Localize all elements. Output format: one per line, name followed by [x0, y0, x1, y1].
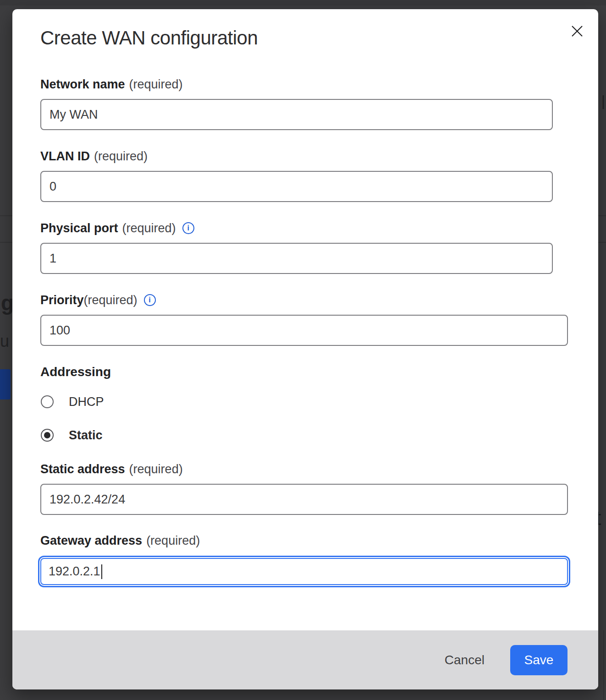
required-hint: (required)	[129, 462, 183, 476]
physical-port-label: Physical port(required) i	[40, 221, 598, 235]
info-icon[interactable]: i	[144, 294, 156, 306]
physical-port-input[interactable]	[40, 243, 553, 274]
gateway-address-value: 192.0.2.1	[49, 564, 100, 579]
close-button[interactable]	[569, 23, 585, 39]
radio-icon[interactable]	[41, 395, 54, 408]
required-hint: (required)	[129, 77, 183, 92]
priority-input[interactable]	[40, 315, 568, 346]
background-button-fragment	[0, 369, 11, 399]
background-text-fragment: u	[0, 332, 9, 351]
info-icon[interactable]: i	[182, 222, 194, 234]
field-label: Physical port	[40, 221, 118, 235]
field-label: Static address	[40, 462, 125, 476]
background-top-bar	[0, 0, 606, 5]
required-hint: (required)	[94, 149, 148, 164]
radio-label: DHCP	[69, 395, 104, 409]
gateway-address-inner: 192.0.2.1	[40, 558, 568, 585]
radio-label: Static	[69, 428, 103, 443]
dialog-footer: Cancel Save	[12, 630, 598, 689]
field-label: Network name	[40, 77, 125, 92]
network-name-input[interactable]	[40, 99, 553, 130]
network-name-label: Network name(required)	[40, 77, 598, 92]
vlan-id-input[interactable]	[40, 171, 553, 202]
field-label: Priority	[40, 293, 84, 307]
cancel-button[interactable]: Cancel	[442, 648, 487, 672]
text-caret	[101, 564, 102, 579]
dialog-body: Create WAN configuration Network name(re…	[12, 9, 598, 587]
required-hint: (required)	[84, 293, 138, 307]
radio-option-dhcp[interactable]: DHCP	[40, 393, 598, 411]
field-label: Gateway address	[40, 533, 142, 548]
background-table-line	[603, 630, 604, 700]
gateway-address-label: Gateway address(required)	[40, 533, 598, 548]
static-address-input[interactable]	[40, 484, 568, 515]
static-address-label: Static address(required)	[40, 462, 598, 476]
close-icon	[571, 25, 584, 38]
required-hint: (required)	[146, 533, 200, 548]
radio-option-static[interactable]: Static	[40, 426, 598, 444]
save-button[interactable]: Save	[510, 645, 567, 675]
radio-icon[interactable]	[41, 429, 54, 442]
dialog-title: Create WAN configuration	[40, 27, 598, 49]
required-hint: (required)	[122, 221, 176, 235]
vlan-id-label: VLAN ID(required)	[40, 149, 598, 164]
priority-label: Priority(required) i	[40, 293, 598, 307]
create-wan-dialog: Create WAN configuration Network name(re…	[12, 9, 598, 689]
background-text-fragment: g	[1, 290, 14, 315]
gateway-address-input[interactable]: 192.0.2.1	[38, 556, 570, 587]
field-label: VLAN ID	[40, 149, 90, 164]
addressing-heading: Addressing	[40, 364, 598, 380]
